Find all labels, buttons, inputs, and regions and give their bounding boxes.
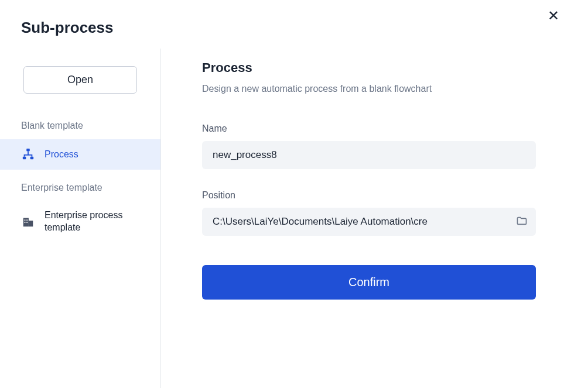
sidebar-item-label: Process — [45, 149, 78, 161]
main-subtitle: Design a new automatic process from a bl… — [202, 84, 536, 94]
svg-rect-6 — [26, 219, 28, 221]
open-button[interactable]: Open — [23, 66, 137, 94]
enterprise-icon — [21, 215, 35, 229]
main-title: Process — [202, 60, 536, 75]
dialog-content: Open Blank template Process Enterprise t… — [0, 49, 571, 388]
close-icon: ✕ — [548, 8, 559, 23]
name-label: Name — [202, 123, 536, 134]
position-input[interactable] — [202, 208, 536, 236]
confirm-button-label: Confirm — [348, 276, 389, 288]
sidebar: Open Blank template Process Enterprise t… — [0, 49, 161, 388]
svg-rect-0 — [26, 149, 30, 152]
svg-rect-7 — [25, 222, 26, 223]
dialog-title: Sub-process — [0, 0, 571, 49]
folder-icon — [516, 215, 528, 229]
browse-button[interactable] — [516, 215, 528, 229]
sidebar-item-label: Enterprise process template — [45, 209, 139, 234]
sidebar-item-enterprise[interactable]: Enterprise process template — [0, 201, 160, 242]
svg-rect-5 — [25, 219, 26, 221]
main-panel: Process Design a new automatic process f… — [161, 49, 571, 388]
svg-rect-8 — [26, 222, 28, 223]
sidebar-section-enterprise-label: Enterprise template — [0, 179, 160, 197]
position-input-wrapper — [202, 208, 536, 236]
svg-rect-2 — [30, 157, 33, 160]
open-button-label: Open — [67, 74, 93, 85]
process-icon — [21, 147, 35, 161]
svg-rect-4 — [29, 221, 33, 226]
confirm-button[interactable]: Confirm — [202, 265, 536, 300]
svg-rect-1 — [23, 157, 26, 160]
name-input[interactable] — [202, 141, 536, 169]
svg-rect-3 — [23, 218, 29, 226]
close-button[interactable]: ✕ — [548, 9, 559, 23]
sidebar-section-blank-label: Blank template — [0, 117, 160, 135]
sidebar-item-process[interactable]: Process — [0, 139, 160, 170]
position-label: Position — [202, 190, 536, 201]
